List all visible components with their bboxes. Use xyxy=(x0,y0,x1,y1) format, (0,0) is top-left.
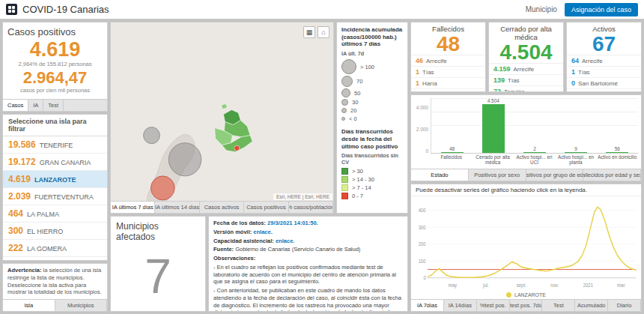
svg-text:jul.: jul. xyxy=(482,283,489,289)
app-logo-icon xyxy=(6,4,17,15)
municipios-afectados-count: 7 xyxy=(111,242,205,311)
version-movil-line: Versión móvil: enlace. xyxy=(213,229,403,236)
warning-panel: Advertencia: la selección de una isla re… xyxy=(2,263,108,312)
legend-swatch-icon xyxy=(341,193,348,199)
left-column: Casos positivos 4.619 2,964% de 155.812 … xyxy=(2,22,108,312)
bar-activo-planta[interactable] xyxy=(565,152,587,153)
tab-casos-poblacion[interactable]: % casos/población xyxy=(289,202,333,213)
tab-municipios[interactable]: Municipios xyxy=(55,300,108,311)
svg-text:0: 0 xyxy=(423,275,426,280)
tab-fallecidos-edad-sexo[interactable]: Fallecidos por edad y sexo xyxy=(583,169,641,181)
asignacion-del-caso-button[interactable]: Asignación del caso xyxy=(565,3,638,16)
tab-positivos-por-sexo[interactable]: Positivos por sexo xyxy=(469,169,526,181)
tab-ia-14-dias[interactable]: IA últimos 14 días xyxy=(155,202,199,213)
card-list-item: 0San Bartolomé xyxy=(411,89,485,91)
legend-circle-icon xyxy=(341,59,356,74)
activos-card: Activos 67 64Arrecife 1Tías 0San Bartolo… xyxy=(566,22,642,92)
island-row-la-gomera[interactable]: 222LA GOMERA xyxy=(3,240,107,257)
tab-ia-14dias[interactable]: IA 14días xyxy=(444,300,477,311)
tab-ia-7-dias[interactable]: IA últimos 7 días xyxy=(111,202,155,213)
tab-casos[interactable]: Casos xyxy=(3,100,28,111)
bar-fallecidos[interactable] xyxy=(441,152,464,153)
tab-ia[interactable]: IA xyxy=(28,100,43,111)
tab-test-pos-7dias[interactable]: %test pos. 7días xyxy=(510,300,543,311)
map-canvas[interactable]: ▦ ⌂ Esri, HERE | Esri, HERE xyxy=(111,22,333,201)
tab-positivos-por-grupo-edad[interactable]: Positivos por grupo de edad xyxy=(526,169,584,181)
tab-test-pos[interactable]: %test pos. xyxy=(477,300,510,311)
ia-symbol-circle-red[interactable] xyxy=(151,176,174,200)
cerrado-total: 4.504 xyxy=(489,41,563,63)
series-name: LANZAROTE xyxy=(514,292,546,298)
card-list-item: 139Tías xyxy=(489,75,563,86)
legend-incidence-title: Incidencia acumulada (casos/100000 hab.)… xyxy=(341,26,403,48)
right-column: Fallecidos 48 46Arrecife 1Tías 1Haría 0S… xyxy=(410,22,642,312)
ia-symbol-circle-large[interactable] xyxy=(168,143,201,176)
observacion-bullet: - En el cuadro se reflejan los positivos… xyxy=(213,264,403,286)
map-layers-button[interactable]: ▦ xyxy=(303,26,315,38)
casos-positivos-rate-label: casos por cien mil personas xyxy=(7,87,103,94)
ia-symbol-circle-small[interactable] xyxy=(144,127,160,144)
municipio-selector[interactable]: Municipio xyxy=(526,5,557,13)
municipios-afectados-panel: Municipios afectados 7 xyxy=(110,216,206,312)
dashboard-body: Casos positivos 4.619 2,964% de 155.812 … xyxy=(0,19,644,314)
legend-circle-class: < 0 xyxy=(341,115,403,122)
estado-bar-chart: 48 4.504 2 9 56 xyxy=(431,98,638,154)
bar-activo-domicilio[interactable] xyxy=(606,152,628,153)
map-municipio-arrecife-marker[interactable] xyxy=(234,145,240,151)
middle-column: ▦ ⌂ Esri, HERE | Esri, HERE IA últimos 7… xyxy=(110,22,408,312)
svg-text:mar.: mar. xyxy=(617,283,626,288)
map-home-button[interactable]: ⌂ xyxy=(318,26,329,38)
svg-text:200: 200 xyxy=(419,241,426,247)
warning-text: Advertencia: la selección de una isla re… xyxy=(3,264,107,299)
svg-text:400: 400 xyxy=(419,208,426,213)
series-dot-icon xyxy=(506,292,511,298)
observaciones-title: Observaciones: xyxy=(213,255,403,262)
island-row-fuerteventura[interactable]: 2.039FUERTEVENTURA xyxy=(3,188,107,205)
casos-positivos-rate: 2.964,47 xyxy=(7,69,103,86)
legend-day-class: > 14 - 30 xyxy=(341,176,403,183)
tab-test[interactable]: Test xyxy=(542,300,575,311)
legend-swatch-icon xyxy=(341,184,348,191)
island-row-la-palma[interactable]: 464LA PALMA xyxy=(3,205,107,223)
isla-municipios-tabbar: Isla Municipios xyxy=(3,299,107,311)
legend-circle-class: 70 xyxy=(341,76,403,87)
tab-acumulado[interactable]: Acumulado xyxy=(575,300,608,311)
activos-total: 67 xyxy=(567,33,641,55)
capacidad-link[interactable]: enlace. xyxy=(276,238,294,244)
svg-text:sept.: sept. xyxy=(517,283,526,289)
version-movil-link[interactable]: enlace. xyxy=(253,229,272,235)
tab-ia-7dias[interactable]: IA 7días xyxy=(411,300,444,311)
tab-diario[interactable]: Diario xyxy=(608,300,641,311)
island-row-gran-canaria[interactable]: 19.172GRAN CANARIA xyxy=(3,154,107,171)
fallecidos-card: Fallecidos 48 46Arrecife 1Tías 1Haría 0S… xyxy=(410,22,486,92)
card-list-item: 4.159Arrecife xyxy=(489,64,563,75)
island-filter-title: Seleccione una isla para filtrar xyxy=(3,115,107,136)
island-row-tenerife[interactable]: 19.586TENERIFE xyxy=(3,136,107,154)
header: COVID-19 Canarias Municipio Asignación d… xyxy=(0,0,644,19)
legend-day-class: 0 - 7 xyxy=(341,193,403,199)
map-tabbar: IA últimos 7 días IA últimos 14 días Cas… xyxy=(111,201,333,213)
tab-casos-activos[interactable]: Casos activos xyxy=(200,202,244,213)
bar-cerrado[interactable] xyxy=(482,104,505,153)
positivos-tabbar: Casos IA Test xyxy=(3,99,107,111)
card-list-item: 46Arrecife xyxy=(411,55,485,67)
card-list-item: 64Arrecife xyxy=(567,55,641,67)
info-panel[interactable]: Fecha de los datos: 29/3/2021 14:01:50. … xyxy=(208,216,408,312)
fuente-line: Fuente: Gobierno de Canarias (Servicio C… xyxy=(213,246,403,253)
tab-isla[interactable]: Isla xyxy=(3,300,55,311)
island-row-lanzarote[interactable]: 4.619LANZAROTE xyxy=(3,171,107,188)
legend-days-subtitle: Días transcurridos sin CV xyxy=(341,152,403,166)
legend-day-class: > 7 - 14 xyxy=(341,184,403,191)
timeseries-legend[interactable]: LANZAROTE xyxy=(411,290,641,299)
estado-y-axis: 4.000 2.000 0 xyxy=(414,98,431,154)
map-svg[interactable] xyxy=(111,22,333,201)
legend-circle-class: 50 xyxy=(341,88,403,97)
tab-casos-positivos[interactable]: Casos positivos xyxy=(244,202,288,213)
island-row-el-hierro[interactable]: 300EL HIERRO xyxy=(3,223,107,240)
legend-circle-class: > 100 xyxy=(341,59,403,74)
tab-estado[interactable]: Estado xyxy=(411,169,469,181)
card-list-item: 72Teguise xyxy=(489,86,563,91)
tab-test[interactable]: Test xyxy=(43,100,64,111)
card-list-item: 1Tías xyxy=(567,67,641,78)
bar-activo-uci[interactable] xyxy=(523,152,546,153)
